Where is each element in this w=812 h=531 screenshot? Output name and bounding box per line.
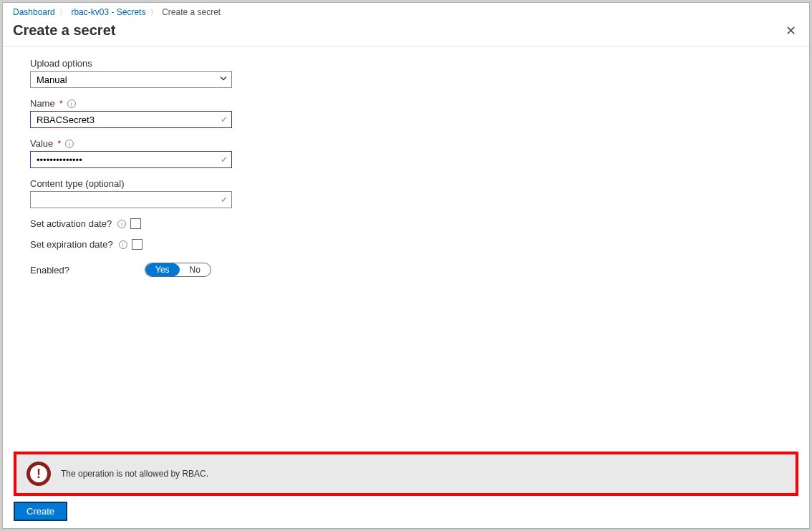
chevron-right-icon: 〉 bbox=[148, 9, 160, 16]
field-value: Value* i ✓ bbox=[30, 138, 782, 168]
info-icon[interactable]: i bbox=[65, 140, 74, 148]
breadcrumb: Dashboard 〉 rbac-kv03 - Secrets 〉 Create… bbox=[3, 3, 809, 21]
field-upload-options: Upload options Manual bbox=[30, 58, 782, 88]
expiration-label: Set expiration date? bbox=[30, 239, 113, 250]
create-button[interactable]: Create bbox=[14, 502, 67, 521]
content-type-label: Content type (optional) bbox=[30, 178, 782, 189]
required-indicator: * bbox=[57, 138, 61, 149]
content-type-input[interactable] bbox=[30, 191, 232, 208]
error-message: The operation is not allowed by RBAC. bbox=[61, 469, 208, 479]
enabled-yes[interactable]: Yes bbox=[145, 263, 180, 276]
page-title: Create a secret bbox=[13, 22, 783, 39]
content-type-input-wrap: ✓ bbox=[30, 191, 232, 208]
upload-options-select-wrap: Manual bbox=[30, 71, 232, 88]
enabled-no[interactable]: No bbox=[180, 263, 211, 276]
value-input-wrap: ✓ bbox=[30, 151, 232, 168]
enabled-toggle[interactable]: Yes No bbox=[145, 263, 211, 277]
info-icon[interactable]: i bbox=[119, 240, 127, 249]
name-input-wrap: ✓ bbox=[30, 111, 232, 128]
name-input[interactable] bbox=[30, 111, 232, 128]
enabled-label: Enabled? bbox=[30, 265, 145, 276]
breadcrumb-secrets[interactable]: rbac-kv03 - Secrets bbox=[71, 7, 145, 17]
upload-options-select[interactable]: Manual bbox=[30, 71, 232, 88]
expiration-row: Set expiration date? i bbox=[30, 239, 782, 250]
upload-options-label: Upload options bbox=[30, 58, 782, 69]
value-label: Value* i bbox=[30, 138, 782, 149]
bottom-area: ! The operation is not allowed by RBAC. … bbox=[3, 452, 809, 528]
activation-row: Set activation date? i bbox=[30, 218, 782, 229]
chevron-right-icon: 〉 bbox=[57, 9, 69, 16]
form-area: Upload options Manual Name* i ✓ bbox=[3, 47, 809, 452]
close-icon[interactable]: ✕ bbox=[783, 23, 799, 39]
exclamation-icon: ! bbox=[30, 465, 47, 482]
name-label: Name* i bbox=[30, 98, 782, 109]
title-row: Create a secret ✕ bbox=[3, 21, 809, 47]
value-input[interactable] bbox=[30, 151, 232, 168]
info-icon[interactable]: i bbox=[117, 220, 126, 228]
required-indicator: * bbox=[59, 98, 63, 109]
field-name: Name* i ✓ bbox=[30, 98, 782, 128]
error-alert: ! The operation is not allowed by RBAC. bbox=[14, 452, 798, 496]
activation-checkbox[interactable] bbox=[130, 218, 141, 229]
enabled-row: Enabled? Yes No bbox=[30, 263, 782, 277]
error-icon: ! bbox=[26, 462, 51, 486]
breadcrumb-current: Create a secret bbox=[162, 7, 221, 17]
breadcrumb-dashboard[interactable]: Dashboard bbox=[13, 7, 55, 17]
create-secret-window: Dashboard 〉 rbac-kv03 - Secrets 〉 Create… bbox=[2, 2, 810, 529]
expiration-checkbox[interactable] bbox=[132, 239, 142, 250]
activation-label: Set activation date? bbox=[30, 218, 112, 229]
info-icon[interactable]: i bbox=[67, 99, 76, 108]
field-content-type: Content type (optional) ✓ bbox=[30, 178, 782, 208]
